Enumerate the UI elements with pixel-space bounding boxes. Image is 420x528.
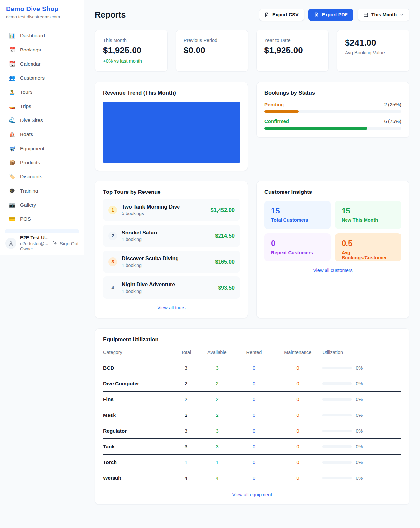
view-all-tours-link[interactable]: View all tours [103, 305, 240, 310]
table-row: Mask22000% [103, 407, 401, 423]
wave-icon: 🌊 [9, 117, 16, 123]
export-pdf-button[interactable]: Export PDF [308, 9, 353, 21]
progress-track [264, 127, 401, 130]
tour-bookings: 5 bookings [122, 211, 180, 216]
tag-icon: 🏷️ [9, 173, 16, 180]
cell-category: Dive Computer [103, 376, 173, 392]
cell-maintenance: 0 [273, 360, 322, 376]
sidebar-item-customers[interactable]: 👥 Customers [4, 71, 80, 85]
cell-rented: 0 [235, 439, 273, 455]
sidebar-item-calendar[interactable]: 📆 Calendar [4, 57, 80, 71]
user-role: Owner [20, 246, 49, 252]
rank-badge: 1 [108, 206, 117, 214]
cell-total: 3 [173, 439, 200, 455]
chevron-down-icon [400, 13, 404, 17]
cell-rented: 0 [235, 455, 273, 470]
page-title: Reports [95, 10, 126, 20]
sidebar-item-training[interactable]: 🎓 Training [4, 184, 80, 198]
person-icon [8, 241, 14, 246]
sidebar-item-dive-sites[interactable]: 🌊 Dive Sites [4, 113, 80, 127]
avatar [5, 238, 16, 249]
diving-mask-icon: 🤿 [9, 145, 16, 152]
export-csv-label: Export CSV [272, 12, 299, 17]
cell-total: 4 [173, 470, 200, 486]
tour-name: Snorkel Safari [122, 230, 157, 236]
list-item-tour-3: 3 Discover Scuba Diving 1 booking $165.0… [103, 251, 240, 273]
revenue-trend-chart [103, 102, 240, 163]
sidebar-item-reports-active-partial[interactable] [5, 229, 79, 233]
stat-value: $0.00 [184, 45, 240, 55]
file-download-icon [264, 12, 269, 17]
insight-value: 0.5 [342, 239, 395, 248]
stat-card-this-month: This Month $1,925.00 +0% vs last month [95, 30, 168, 72]
cell-utilization: 0% [322, 407, 401, 423]
stat-value: $241.00 [345, 38, 401, 48]
cell-available: 4 [200, 470, 235, 486]
cell-maintenance: 0 [273, 455, 322, 470]
status-value-pending: 2 (25%) [384, 102, 401, 107]
sidebar-item-products[interactable]: 📦 Products [4, 155, 80, 170]
cell-available: 3 [200, 439, 235, 455]
sidebar-item-boats[interactable]: ⛵ Boats [4, 127, 80, 141]
utilization-label: 0% [356, 460, 363, 465]
brand-domain: demo.test.divestreams.com [6, 14, 78, 19]
user-name: E2E Test U... [20, 235, 49, 241]
sidebar-item-discounts[interactable]: 🏷️ Discounts [4, 170, 80, 184]
insight-label: Avg Bookings/Customer [342, 250, 395, 260]
col-header-rented: Rented [235, 348, 273, 360]
export-pdf-label: Export PDF [322, 12, 348, 17]
stat-value: $1,925.00 [103, 45, 159, 55]
sidebar-item-label: Customers [20, 75, 45, 81]
sidebar-item-label: POS [20, 216, 31, 222]
file-download-icon [314, 12, 319, 17]
cell-available: 1 [200, 455, 235, 470]
sidebar-item-trips[interactable]: 🚤 Trips [4, 99, 80, 113]
cell-rented: 0 [235, 360, 273, 376]
table-row: Dive Computer22000% [103, 376, 401, 392]
table-row: Regulator33000% [103, 423, 401, 439]
sidebar-item-pos[interactable]: 💳 POS [4, 212, 80, 226]
calendar-icon [363, 12, 368, 17]
sign-out-label: Sign Out [60, 241, 79, 246]
cell-category: Wetsuit [103, 470, 173, 486]
bookings-by-status-card: Bookings by Status Pending 2 (25%) Confi… [256, 82, 410, 138]
cell-maintenance: 0 [273, 407, 322, 423]
sidebar-item-label: Training [20, 188, 38, 194]
progress-fill-confirmed [264, 127, 367, 130]
cell-maintenance: 0 [273, 376, 322, 392]
table-row: Torch11000% [103, 455, 401, 470]
row-tours-insights: Top Tours by Revenue 1 Two Tank Morning … [95, 181, 410, 318]
sidebar: Demo Dive Shop demo.test.divestreams.com… [0, 0, 84, 255]
status-value-confirmed: 6 (75%) [384, 118, 401, 124]
stat-value: $1,925.00 [264, 45, 321, 55]
top-tours-title: Top Tours by Revenue [103, 189, 240, 195]
view-all-customers-link[interactable]: View all customers [264, 268, 401, 273]
cell-category: Torch [103, 455, 173, 470]
utilization-label: 0% [356, 381, 363, 386]
user-info: E2E Test U... e2e-tester@... Owner [20, 235, 49, 252]
utilization-label: 0% [356, 428, 363, 434]
stat-label: Previous Period [184, 38, 240, 43]
cell-utilization: 0% [322, 392, 401, 407]
col-header-category: Category [103, 348, 173, 360]
utilization-bar [322, 367, 352, 369]
cell-category: BCD [103, 360, 173, 376]
col-header-utilization: Utilization [322, 348, 401, 360]
cell-maintenance: 0 [273, 423, 322, 439]
sign-out-button[interactable]: Sign Out [52, 241, 79, 246]
sidebar-item-tours[interactable]: 🏝️ Tours [4, 85, 80, 99]
cell-total: 2 [173, 392, 200, 407]
export-csv-button[interactable]: Export CSV [259, 9, 304, 21]
sidebar-item-bookings[interactable]: 📅 Bookings [4, 43, 80, 57]
insight-label: Repeat Customers [271, 250, 324, 255]
cell-utilization: 0% [322, 455, 401, 470]
sidebar-item-dashboard[interactable]: 📊 Dashboard [4, 29, 80, 43]
sidebar-item-gallery[interactable]: 📷 Gallery [4, 198, 80, 212]
sidebar-item-equipment[interactable]: 🤿 Equipment [4, 141, 80, 155]
tour-revenue: $214.50 [215, 233, 235, 239]
view-all-equipment-link[interactable]: View all equipment [103, 492, 401, 497]
cell-total: 3 [173, 423, 200, 439]
page-header: Reports Export CSV Export PDF This Month [95, 9, 410, 21]
period-dropdown[interactable]: This Month [358, 9, 410, 21]
dashboard-icon: 📊 [9, 32, 16, 39]
